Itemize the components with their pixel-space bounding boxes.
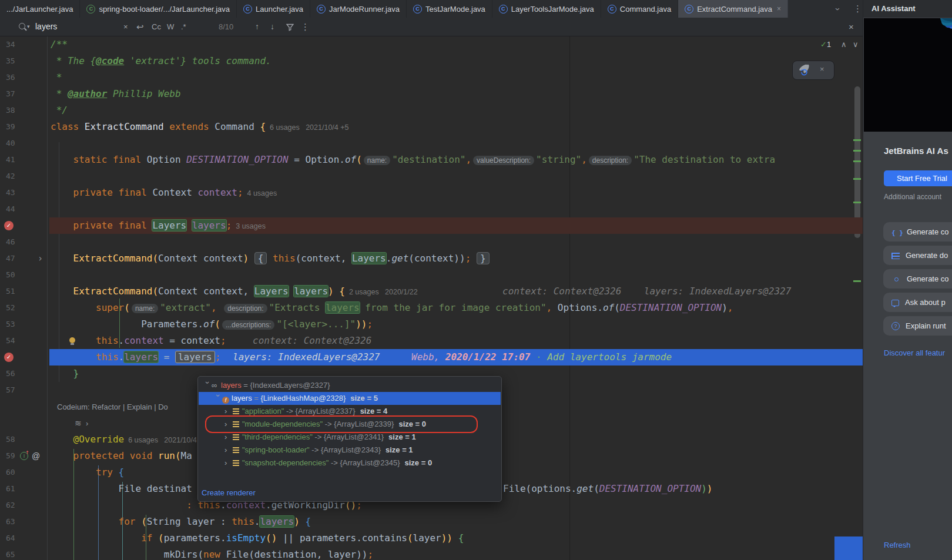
create-renderer-link[interactable]: Create renderer	[202, 488, 256, 497]
filter-icon[interactable]	[286, 24, 294, 31]
line-number: 39	[6, 119, 15, 135]
tab-label: LayerToolsJarMode.java	[511, 5, 594, 14]
code-line: 44	[0, 201, 863, 217]
code-line: 41 static final Option DESTINATION_OPTIO…	[0, 152, 863, 168]
tree-chevron-icon[interactable]: ›	[212, 394, 224, 403]
tab-label: ExtractCommand.java	[697, 5, 772, 14]
line-number: 41	[6, 152, 15, 168]
code-line: 39class ExtractCommand extends Command {…	[0, 119, 863, 135]
class-icon: C	[685, 5, 693, 14]
tab-jarmoderunner-java[interactable]: CJarModeRunner.java	[310, 0, 407, 18]
line-number: 64	[6, 530, 15, 546]
search-in-selection-icon[interactable]: ↩	[136, 18, 144, 36]
line-number: 56	[6, 365, 15, 382]
line-number: 42	[6, 168, 15, 185]
line-number: 54	[6, 333, 15, 349]
code-line: 52 super(name:"extract", description:"Ex…	[0, 300, 863, 316]
tab--jarlauncher-java[interactable]: .../JarLauncher.java	[0, 0, 80, 18]
tab-close-icon[interactable]: ×	[777, 5, 781, 13]
ai-action-generate-co[interactable]: Generate co	[883, 269, 952, 289]
start-free-trial-button[interactable]: Start Free Trial	[884, 170, 952, 186]
tab-label: Launcher.java	[256, 5, 303, 14]
tab-command-java[interactable]: CCommand.java	[601, 0, 678, 18]
tabs-more-icon[interactable]: ⋮	[853, 0, 862, 18]
line-number: 59	[6, 448, 15, 464]
code-line: 36 *	[0, 69, 863, 86]
search-more-icon[interactable]: ⋮	[301, 18, 310, 36]
list-icon	[233, 444, 242, 457]
ai-action-label: Ask about p	[905, 298, 946, 307]
line-number: 46	[6, 234, 15, 250]
line-number: 52	[6, 300, 15, 316]
line-number: 38	[6, 102, 15, 119]
code-line: 65 mkDirs(new File(destination, layer));	[0, 546, 863, 560]
tab-extractcommand-java[interactable]: CExtractCommand.java×	[678, 0, 788, 18]
class-icon: C	[413, 5, 422, 14]
discover-features-link[interactable]: Discover all featur	[884, 348, 945, 357]
variable-row[interactable]: ›flayers = {LinkedHashMap@2328}size = 5	[199, 392, 501, 405]
line-number: 44	[6, 201, 15, 217]
ai-action-explain-runt[interactable]: ?Explain runt	[883, 316, 952, 336]
ai-action-label: Generate co	[907, 274, 949, 283]
line-number: 57	[6, 382, 15, 398]
line-number: 37	[6, 86, 15, 102]
line-number: 53	[6, 316, 15, 333]
search-caret-icon[interactable]: ▾	[27, 18, 30, 36]
refresh-link[interactable]: Refresh	[884, 541, 911, 549]
regex-toggle[interactable]: .*	[181, 18, 186, 36]
line-number: 61	[6, 481, 15, 497]
braces-icon	[891, 228, 901, 236]
variable-row[interactable]: ›"spring-boot-loader" -> {ArrayList@2343…	[199, 444, 501, 457]
search-icon	[19, 23, 25, 29]
search-close-icon[interactable]: ×	[849, 18, 854, 36]
tab-spring-boot-loader-jarlauncher-java[interactable]: Cspring-boot-loader/.../JarLauncher.java	[80, 0, 237, 18]
tab-label: JarModeRunner.java	[329, 5, 400, 14]
tab-label: Command.java	[620, 5, 671, 14]
line-number: 51	[6, 283, 15, 300]
code-line: 40	[0, 135, 863, 152]
code-line: 35 * The {@code 'extract'} tools command…	[0, 53, 863, 69]
code-line: 37 * @author Phillip Webb	[0, 86, 863, 102]
line-number: 50	[6, 267, 15, 283]
variable-row[interactable]: ›∞layers = {IndexedLayers@2327}	[199, 379, 501, 392]
search-match-counter: 8/10	[219, 18, 233, 36]
class-icon: C	[86, 5, 95, 14]
debugger-variables-popup[interactable]: Create renderer ›∞layers = {IndexedLayer…	[197, 376, 502, 502]
search-bar: ▾ layers × ↩ Cc W .* 8/10 ↑ ↓ ⋮ ×	[0, 18, 863, 36]
tree-chevron-icon[interactable]: ›	[224, 444, 233, 457]
code-line: 38 */	[0, 102, 863, 119]
jetbrains-ai-artwork	[864, 18, 952, 132]
tree-chevron-icon[interactable]: ›	[201, 381, 214, 390]
tab-launcher-java[interactable]: CLauncher.java	[237, 0, 310, 18]
tree-chevron-icon[interactable]: ›	[224, 457, 233, 470]
ai-action-generate-co[interactable]: Generate co	[883, 222, 952, 242]
code-line: 53 Parameters.of(...descriptions:"[<laye…	[0, 316, 863, 333]
fold-chevron-icon[interactable]: ›	[38, 250, 43, 267]
previous-match-icon[interactable]: ↑	[255, 18, 259, 36]
ai-action-generate-do[interactable]: Generate do	[883, 246, 952, 265]
breakpoint-icon[interactable]: ✓	[4, 221, 14, 230]
code-line: 47› ExtractCommand(Context context) { th…	[0, 250, 863, 267]
code-line: 64 if (parameters.isEmpty() || parameter…	[0, 530, 863, 546]
search-clear-icon[interactable]: ×	[123, 18, 128, 36]
tab-testjarmode-java[interactable]: CTestJarMode.java	[407, 0, 492, 18]
search-input[interactable]: layers	[35, 18, 57, 36]
ai-action-label: Generate co	[907, 227, 949, 236]
code-line: 42	[0, 168, 863, 185]
override-arrow-icon: ↑	[25, 449, 29, 455]
code-line: ✓ private final Layers layers; 3 usages	[0, 217, 863, 234]
code-line: ✓ this.layers = layers;layers: IndexedLa…	[0, 349, 863, 365]
next-match-icon[interactable]: ↓	[270, 18, 274, 36]
line-number: 58	[6, 431, 15, 448]
variable-row[interactable]: ›"snapshot-dependencies" -> {ArrayList@2…	[199, 457, 501, 470]
match-case-toggle[interactable]: Cc	[152, 18, 161, 36]
tab-layertoolsjarmode-java[interactable]: CLayerToolsJarMode.java	[492, 0, 601, 18]
code-line: 50	[0, 267, 863, 283]
whole-words-toggle[interactable]: W	[167, 18, 174, 36]
tabs-chevron-icon[interactable]: ›	[837, 0, 840, 18]
line-number: 60	[6, 464, 15, 481]
line-number: 63	[6, 514, 15, 530]
ai-action-ask-about-p[interactable]: Ask about p	[883, 293, 952, 312]
tab-label: TestJarMode.java	[425, 5, 485, 14]
breakpoint-icon[interactable]: ✓	[4, 353, 14, 362]
